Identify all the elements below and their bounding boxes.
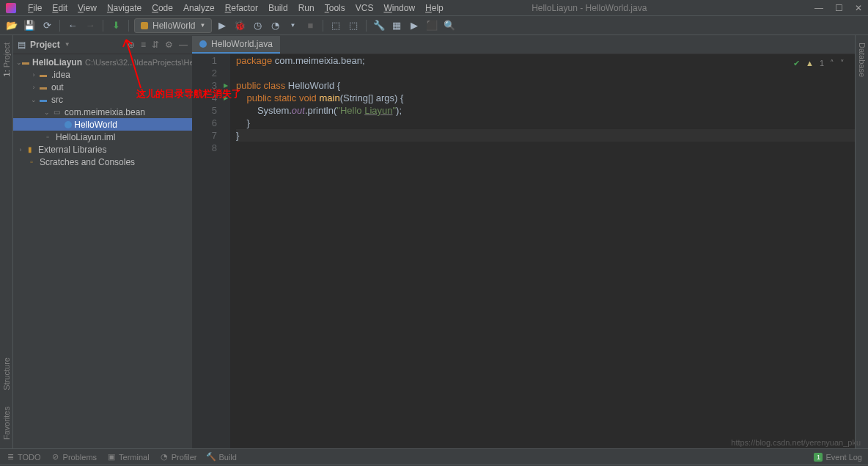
menu-navigate[interactable]: Navigate — [103, 1, 146, 15]
code-content[interactable]: package com.meimeixia.bean; public class… — [230, 54, 855, 448]
sidebar-tab-favorites[interactable]: Favorites — [2, 404, 11, 443]
maximize-button[interactable]: ☐ — [835, 3, 843, 13]
menu-run[interactable]: Run — [294, 1, 319, 15]
expand-icon[interactable]: ≡ — [141, 40, 146, 50]
tw-eventlog[interactable]: 1Event Log — [814, 453, 862, 462]
hide-icon[interactable]: — — [179, 40, 188, 50]
vcs-update-icon[interactable]: ⬚ — [328, 18, 343, 33]
chevron-up-icon[interactable]: ˄ — [830, 57, 834, 70]
tw-build[interactable]: 🔨Build — [207, 453, 236, 462]
tree-package[interactable]: ⌄▭com.meimeixia.bean — [13, 106, 192, 118]
title-bar: File Edit View Navigate Code Analyze Ref… — [0, 0, 868, 16]
run-gutter[interactable]: ▶▶ — [221, 54, 230, 448]
chevron-down-icon: ▼ — [199, 22, 205, 29]
editor-tab-helloworld[interactable]: HelloWorld.java — [192, 36, 280, 54]
sidebar-tab-project[interactable]: 1: Project — [2, 40, 11, 79]
project-tree[interactable]: ⌄▬HelloLiayunC:\Users\32...\IdeaProjects… — [13, 54, 192, 448]
line-number-gutter: 12345678 — [192, 54, 221, 448]
project-panel-title[interactable]: Project — [30, 40, 60, 50]
chevron-down-icon[interactable]: ▼ — [65, 41, 70, 48]
menu-file[interactable]: File — [23, 1, 46, 15]
menu-help[interactable]: Help — [421, 1, 448, 15]
menu-tools[interactable]: Tools — [320, 1, 350, 15]
editor-inspection-status[interactable]: ✔ ▲1 ˄ ˅ — [793, 57, 845, 70]
coverage-icon[interactable]: ◷ — [250, 18, 265, 33]
watermark: https://blog.csdn.net/yerenyuan_pku — [731, 438, 861, 447]
tw-todo[interactable]: ≣TODO — [6, 453, 41, 462]
menu-vcs[interactable]: VCS — [351, 1, 378, 15]
flag-icon[interactable]: ▶ — [407, 18, 422, 33]
tw-profiler[interactable]: ◔Profiler — [160, 453, 197, 462]
attach-icon[interactable]: ▼ — [285, 18, 300, 33]
menu-build[interactable]: Build — [264, 1, 293, 15]
tree-iml[interactable]: ▫HelloLiayun.iml — [13, 131, 192, 143]
tree-class-helloworld[interactable]: HelloWorld — [13, 118, 192, 131]
back-icon[interactable]: ← — [65, 18, 80, 33]
run-config-name: HelloWorld — [152, 21, 195, 31]
project-tool-window: ▤ Project ▼ ⊕ ≡ ⇵ ⚙ — ⌄▬HelloLiayunC:\Us… — [13, 35, 192, 448]
chevron-down-icon[interactable]: ˅ — [840, 57, 845, 70]
save-icon[interactable]: 💾 — [22, 18, 37, 33]
project-panel-header: ▤ Project ▼ ⊕ ≡ ⇵ ⚙ — — [13, 35, 192, 54]
tree-scratches[interactable]: ▫Scratches and Consoles — [13, 156, 192, 168]
class-icon — [65, 121, 72, 128]
project-structure-icon[interactable]: ▦ — [389, 18, 404, 33]
profile-icon[interactable]: ◔ — [268, 18, 282, 33]
collapse-icon[interactable]: ⇵ — [152, 40, 159, 50]
editor-area: HelloWorld.java 12345678 ▶▶ package com.… — [192, 35, 855, 448]
sidebar-tab-structure[interactable]: Structure — [2, 354, 11, 393]
project-view-icon: ▤ — [18, 40, 26, 50]
editor-tab-bar: HelloWorld.java — [192, 35, 855, 54]
tree-src[interactable]: ⌄▬src — [13, 93, 192, 106]
tree-idea[interactable]: ›▬.idea — [13, 68, 192, 81]
left-gutter: 1: Project Structure Favorites — [0, 35, 13, 448]
minimize-button[interactable]: — — [814, 3, 823, 13]
open-icon[interactable]: 📂 — [4, 18, 19, 33]
main-toolbar: 📂 💾 ⟳ ← → ⬇ HelloWorld ▼ ▶ 🐞 ◷ ◔ ▼ ■ ⬚ ⬚… — [0, 16, 868, 35]
forward-icon[interactable]: → — [83, 18, 98, 33]
main-area: 1: Project Structure Favorites ▤ Project… — [0, 35, 868, 448]
gear-icon[interactable]: ⚙ — [165, 40, 173, 50]
tw-terminal[interactable]: ▣Terminal — [107, 453, 150, 462]
run-config-selector[interactable]: HelloWorld ▼ — [134, 18, 212, 33]
tree-external-libs[interactable]: ›▮External Libraries — [13, 143, 192, 156]
close-button[interactable]: ✕ — [855, 3, 862, 13]
sidebar-tab-database[interactable]: Database — [858, 40, 867, 80]
debug-icon[interactable]: 🐞 — [232, 18, 247, 33]
main-menu: File Edit View Navigate Code Analyze Ref… — [23, 1, 448, 15]
menu-refactor[interactable]: Refactor — [221, 1, 262, 15]
search-icon[interactable]: 🔍 — [442, 18, 457, 33]
java-class-icon — [141, 22, 148, 29]
tab-label: HelloWorld.java — [211, 39, 273, 49]
build-icon[interactable]: ⬇ — [108, 18, 123, 33]
stop-icon[interactable]: ■ — [303, 18, 317, 33]
app-logo-icon — [6, 3, 16, 13]
tree-root[interactable]: ⌄▬HelloLiayunC:\Users\32...\IdeaProjects… — [13, 56, 192, 68]
menu-code[interactable]: Code — [147, 1, 177, 15]
check-icon: ✔ — [793, 57, 800, 70]
menu-analyze[interactable]: Analyze — [179, 1, 219, 15]
refresh-icon[interactable]: ⟳ — [40, 18, 54, 33]
tree-out[interactable]: ›▬out — [13, 81, 192, 93]
run-icon[interactable]: ▶ — [215, 18, 229, 33]
locate-icon[interactable]: ⊕ — [128, 40, 135, 50]
right-gutter: Database — [855, 35, 868, 448]
bottom-tool-window-bar: ≣TODO ⊘Problems ▣Terminal ◔Profiler 🔨Bui… — [0, 448, 868, 465]
java-file-icon — [199, 40, 207, 48]
menu-window[interactable]: Window — [379, 1, 419, 15]
presentation-icon[interactable]: ⬛ — [424, 18, 439, 33]
window-title: HelloLiayun - HelloWorld.java — [532, 3, 647, 13]
settings-icon[interactable]: 🔧 — [372, 18, 386, 33]
vcs-commit-icon[interactable]: ⬚ — [346, 18, 361, 33]
menu-view[interactable]: View — [73, 1, 101, 15]
code-editor[interactable]: 12345678 ▶▶ package com.meimeixia.bean; … — [192, 54, 855, 448]
menu-edit[interactable]: Edit — [48, 1, 72, 15]
tw-problems[interactable]: ⊘Problems — [51, 453, 97, 462]
